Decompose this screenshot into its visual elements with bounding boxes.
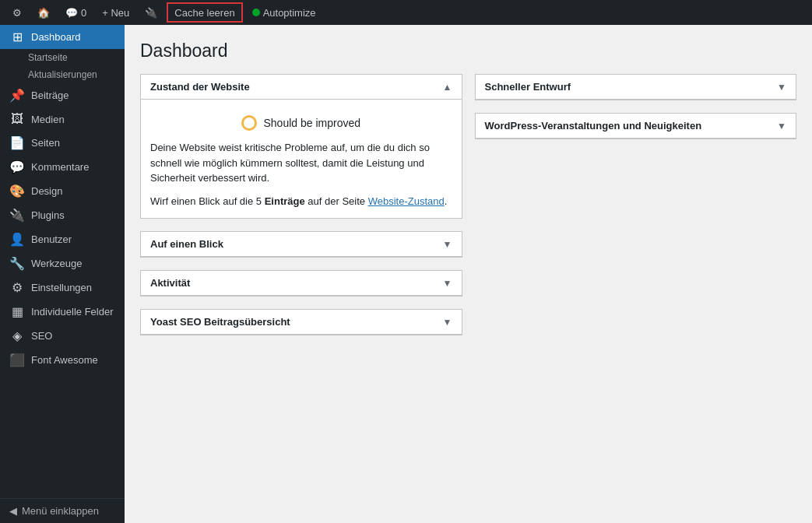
kommentare-label: Kommentare — [31, 161, 89, 173]
autoptimize-button[interactable]: Autoptimize — [246, 0, 322, 25]
website-health-chevron-icon: ▲ — [443, 82, 452, 93]
aktivitaet-widget: Aktivität ▼ — [140, 270, 462, 297]
main-content: Dashboard Zustand der Website ▲ Should b… — [125, 25, 812, 523]
comments-button[interactable]: 💬 0 — [59, 0, 93, 25]
auf-einen-blick-widget: Auf einen Blick ▼ — [140, 231, 462, 258]
sidebar-item-werkzeuge[interactable]: 🔧 Werkzeuge — [0, 251, 125, 276]
comments-count: 0 — [81, 7, 86, 19]
aktivitaet-header[interactable]: Aktivität ▼ — [141, 271, 462, 296]
sidebar: ⊞ Dashboard Startseite Aktualisierungen … — [0, 25, 125, 523]
sidebar-item-font-awesome[interactable]: ⬛ Font Awesome — [0, 348, 125, 372]
design-icon: 🎨 — [9, 184, 25, 198]
benutzer-label: Benutzer — [31, 233, 72, 245]
website-zustand-link[interactable]: Website-Zustand — [368, 195, 445, 207]
aktualisierungen-label: Aktualisierungen — [28, 69, 97, 80]
seo-label: SEO — [31, 330, 52, 342]
werkzeuge-icon: 🔧 — [9, 256, 25, 271]
sidebar-sub-aktualisierungen[interactable]: Aktualisierungen — [0, 66, 125, 83]
startseite-label: Startseite — [28, 52, 68, 63]
sidebar-item-beitraege[interactable]: 📌 Beiträge — [0, 83, 125, 107]
yoast-seo-chevron-icon: ▼ — [443, 317, 452, 328]
home-icon: 🏠 — [37, 7, 50, 19]
autoptimize-label: Autoptimize — [263, 7, 316, 19]
cache-leeren-label: Cache leeren — [174, 7, 234, 19]
sidebar-item-kommentare[interactable]: 💬 Kommentare — [0, 155, 125, 179]
yoast-seo-widget: Yoast SEO Beitragsübersicht ▼ — [140, 309, 462, 335]
seo-icon: ◈ — [9, 328, 25, 343]
werkzeuge-label: Werkzeuge — [31, 258, 83, 269]
comments-icon: 💬 — [65, 7, 78, 19]
sidebar-dashboard-label: Dashboard — [31, 31, 81, 43]
sidebar-sub-startseite[interactable]: Startseite — [0, 49, 125, 66]
font-awesome-label: Font Awesome — [31, 354, 98, 366]
health-status-label: Should be improved — [263, 117, 360, 129]
new-button[interactable]: + Neu — [96, 0, 135, 25]
sidebar-item-seiten[interactable]: 📄 Seiten — [0, 131, 125, 155]
sidebar-item-einstellungen[interactable]: ⚙ Einstellungen — [0, 276, 125, 300]
aktivitaet-title: Aktivität — [150, 277, 190, 289]
wp-events-title: WordPress-Veranstaltungen und Neuigkeite… — [485, 120, 702, 132]
sidebar-item-seo[interactable]: ◈ SEO — [0, 324, 125, 348]
schneller-entwurf-chevron-icon: ▼ — [777, 82, 786, 93]
health-description: Deine Website weist kritische Probleme a… — [150, 140, 452, 186]
wp-events-widget: WordPress-Veranstaltungen und Neuigkeite… — [475, 113, 797, 139]
health-link-text: Wirf einen Blick auf die 5 Einträge auf … — [150, 194, 452, 209]
beitraege-icon: 📌 — [9, 88, 25, 103]
autoptimize-status-dot — [252, 9, 260, 16]
dashboard-icon: ⊞ — [9, 30, 25, 44]
einstellungen-label: Einstellungen — [31, 282, 92, 293]
home-button[interactable]: 🏠 — [31, 0, 56, 25]
plugin-icon: 🔌 — [145, 7, 157, 19]
medien-icon: 🖼 — [9, 112, 25, 126]
benutzer-icon: 👤 — [9, 232, 25, 247]
page-title: Dashboard — [140, 40, 796, 61]
left-column: Zustand der Website ▲ Should be improved… — [140, 74, 462, 335]
seiten-icon: 📄 — [9, 135, 25, 150]
new-label: + Neu — [102, 7, 129, 19]
sidebar-item-design[interactable]: 🎨 Design — [0, 179, 125, 203]
wp-events-chevron-icon: ▼ — [777, 121, 786, 132]
website-health-header[interactable]: Zustand der Website ▲ — [141, 75, 462, 100]
font-awesome-icon: ⬛ — [9, 353, 25, 367]
plugin-icon-button[interactable]: 🔌 — [139, 0, 163, 25]
dashboard-grid: Zustand der Website ▲ Should be improved… — [140, 74, 796, 335]
main-layout: ⊞ Dashboard Startseite Aktualisierungen … — [0, 25, 812, 523]
seiten-label: Seiten — [31, 137, 60, 149]
health-circle-icon — [241, 115, 257, 131]
wp-logo-icon: ⚙ — [12, 7, 22, 19]
aktivitaet-chevron-icon: ▼ — [443, 278, 452, 289]
menu-collapse-label: Menü einklappen — [22, 505, 99, 517]
medien-label: Medien — [31, 114, 65, 125]
sidebar-item-dashboard[interactable]: ⊞ Dashboard — [0, 25, 125, 49]
health-status: Should be improved — [150, 109, 452, 140]
website-health-widget: Zustand der Website ▲ Should be improved… — [140, 74, 462, 219]
collapse-icon: ◀ — [9, 505, 17, 517]
sidebar-item-benutzer[interactable]: 👤 Benutzer — [0, 227, 125, 251]
yoast-seo-header[interactable]: Yoast SEO Beitragsübersicht ▼ — [141, 310, 462, 335]
kommentare-icon: 💬 — [9, 160, 25, 174]
individuelle-felder-label: Individuelle Felder — [31, 306, 114, 318]
wp-logo-button[interactable]: ⚙ — [6, 0, 28, 25]
auf-einen-blick-title: Auf einen Blick — [150, 238, 223, 250]
schneller-entwurf-header[interactable]: Schneller Entwurf ▼ — [476, 75, 796, 100]
auf-einen-blick-header[interactable]: Auf einen Blick ▼ — [141, 232, 462, 257]
sidebar-item-plugins[interactable]: 🔌 Plugins — [0, 203, 125, 227]
design-label: Design — [31, 185, 62, 197]
admin-bar: ⚙ 🏠 💬 0 + Neu 🔌 Cache leeren Autoptimize — [0, 0, 812, 25]
einstellungen-icon: ⚙ — [9, 280, 25, 295]
plugins-icon: 🔌 — [9, 208, 25, 223]
website-health-title: Zustand der Website — [150, 81, 250, 93]
schneller-entwurf-title: Schneller Entwurf — [485, 81, 571, 93]
yoast-seo-title: Yoast SEO Beitragsübersicht — [150, 316, 290, 328]
auf-einen-blick-chevron-icon: ▼ — [443, 239, 452, 250]
menu-collapse-button[interactable]: ◀ Menü einklappen — [0, 498, 125, 523]
sidebar-item-medien[interactable]: 🖼 Medien — [0, 107, 125, 131]
right-column: Schneller Entwurf ▼ WordPress-Veranstalt… — [475, 74, 797, 335]
plugins-label: Plugins — [31, 209, 65, 221]
cache-leeren-button[interactable]: Cache leeren — [167, 2, 242, 23]
wp-events-header[interactable]: WordPress-Veranstaltungen und Neuigkeite… — [476, 114, 796, 139]
sidebar-item-individuelle-felder[interactable]: ▦ Individuelle Felder — [0, 300, 125, 324]
individuelle-felder-icon: ▦ — [9, 304, 25, 319]
schneller-entwurf-widget: Schneller Entwurf ▼ — [475, 74, 797, 100]
website-health-body: Should be improved Deine Website weist k… — [141, 100, 462, 218]
